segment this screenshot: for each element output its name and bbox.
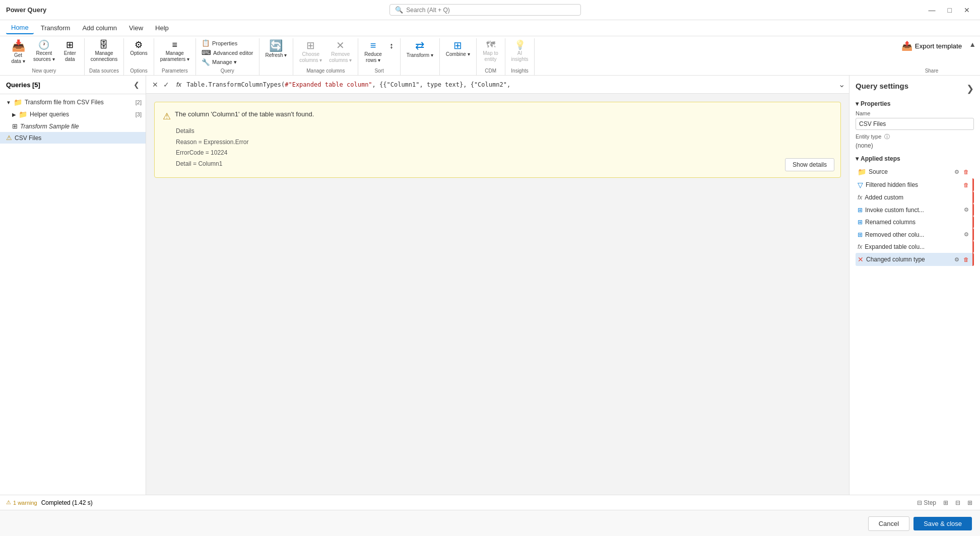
step-settings-source[interactable]: ⚙ (953, 168, 961, 176)
step-actions-filtered: 🗑 (962, 181, 970, 188)
tree-item-label: Transform file from CSV Files (25, 99, 104, 106)
step-delete-changed-column-type[interactable]: 🗑 (962, 256, 970, 263)
reduce-rows-button[interactable]: ≡ Reducerows ▾ (361, 38, 384, 65)
ribbon-group-label-cdm: CDM (480, 67, 502, 75)
formula-bar: ✕ ✓ fx Table.TransformColumnTypes(#"Expa… (146, 76, 849, 94)
ribbon-group-options: ⚙ Options Options (124, 38, 154, 75)
options-button[interactable]: ⚙ Options (127, 38, 150, 58)
applied-step-removed-other[interactable]: ⊞ Removed other colu... ⚙ (856, 228, 974, 241)
export-template-button[interactable]: 📤 Export template (897, 38, 966, 53)
formula-confirm-button[interactable]: ✓ (161, 80, 171, 90)
status-completed: Completed (1.42 s) (41, 499, 93, 506)
error-title: The column 'Column1' of the table wasn't… (175, 110, 314, 118)
ribbon-group-cdm: 🗺 Map toentity CDM (477, 38, 505, 75)
step-icon-filtered: ▽ (858, 181, 863, 189)
tree-item-helper-queries[interactable]: ▶ 📁 Helper queries [3] (0, 108, 146, 120)
menu-transform[interactable]: Transform (36, 22, 76, 34)
applied-step-renamed-columns[interactable]: ⊞ Renamed columns (856, 216, 974, 228)
tree-item-label: Helper queries (30, 111, 69, 118)
step-settings-changed-column-type[interactable]: ⚙ (953, 256, 961, 263)
enter-data-icon: ⊞ (66, 40, 74, 49)
ribbon-group-query: 📋 Properties ⌨ Advanced editor 🔧 Manage … (196, 38, 259, 75)
query-settings-title: Query settings (856, 82, 908, 90)
menu-help[interactable]: Help (150, 22, 174, 34)
manage-button[interactable]: 🔧 Manage ▾ (199, 57, 256, 67)
qs-entity-type-value: (none) (856, 142, 974, 149)
step-delete-filtered[interactable]: 🗑 (962, 181, 970, 188)
menu-view[interactable]: View (124, 22, 148, 34)
warning-icon: ⚠ (6, 134, 12, 142)
options-icon: ⚙ (135, 40, 143, 49)
remove-columns-button[interactable]: ✕ Removecolumns ▾ (326, 38, 355, 65)
qs-properties-header[interactable]: ▾ Properties (856, 100, 974, 107)
ribbon-group-refresh: 🔄 Refresh ▾ (259, 38, 294, 75)
maximize-button[interactable]: □ (944, 4, 956, 16)
error-code-sep: = (206, 149, 211, 156)
sort-az-button[interactable]: ↕ (387, 40, 396, 51)
applied-step-filtered-hidden[interactable]: ▽ Filtered hidden files 🗑 (856, 178, 974, 191)
bottom-bar: Cancel Save & close (0, 510, 980, 536)
ribbon-group-sort: ≡ Reducerows ▾ ↕ Sort (358, 38, 400, 75)
step-settings-invoke-custom[interactable]: ⚙ (962, 206, 970, 214)
combine-button[interactable]: ⊞ Combine ▾ (443, 38, 473, 59)
qs-applied-steps-header[interactable]: ▾ Applied steps (856, 155, 974, 162)
ai-insights-button[interactable]: 💡 AIinsights (508, 38, 532, 64)
formula-expand-button[interactable]: ⌄ (838, 80, 845, 89)
choose-columns-button[interactable]: ⊞ Choosecolumns ▾ (296, 38, 325, 65)
step-label-invoke-custom: Invoke custom funct... (865, 207, 960, 214)
status-table-button[interactable]: ⊟ (954, 499, 962, 507)
transform-button[interactable]: ⇄ Transform ▾ (404, 38, 436, 60)
refresh-button[interactable]: 🔄 Refresh ▾ (263, 38, 290, 60)
status-step-button[interactable]: ⊟ Step (916, 499, 938, 507)
content-area: ✕ ✓ fx Table.TransformColumnTypes(#"Expa… (146, 76, 849, 495)
applied-step-changed-column-type[interactable]: ✕ Changed column type ⚙ 🗑 (856, 253, 974, 266)
applied-step-added-custom[interactable]: fx Added custom (856, 191, 974, 204)
queries-collapse-button[interactable]: ❮ (134, 81, 140, 89)
applied-step-invoke-custom[interactable]: ⊞ Invoke custom funct... ⚙ (856, 204, 974, 216)
search-bar[interactable]: 🔍 (389, 4, 581, 16)
manage-connections-button[interactable]: 🗄 Manageconnections (88, 38, 120, 64)
queries-header: Queries [5] ❮ (0, 76, 146, 94)
step-settings-removed-other[interactable]: ⚙ (962, 231, 970, 238)
tree-item-csv-files[interactable]: ⚠ CSV Files (0, 132, 146, 144)
close-button[interactable]: ✕ (960, 4, 974, 16)
enter-data-button[interactable]: ⊞ Enterdata (59, 38, 81, 64)
ai-insights-icon: 💡 (514, 40, 526, 49)
manage-connections-icon: 🗄 (99, 40, 108, 49)
recent-sources-icon: 🕐 (38, 40, 49, 49)
status-grid-button[interactable]: ⊞ (966, 499, 974, 507)
tree-item-transform-sample[interactable]: ⊞ Transform Sample file (0, 120, 146, 132)
properties-button[interactable]: 📋 Properties (199, 38, 256, 48)
step-actions-source: ⚙ 🗑 (953, 168, 970, 176)
cancel-button[interactable]: Cancel (868, 516, 909, 531)
error-reason-label: Reason (176, 139, 197, 146)
menu-home[interactable]: Home (6, 22, 34, 34)
status-split-button[interactable]: ⊞ (942, 499, 950, 507)
applied-step-source[interactable]: 📁 Source ⚙ 🗑 (856, 165, 974, 178)
get-data-button[interactable]: 📥 Getdata ▾ (7, 38, 29, 66)
step-icon-source: 📁 (858, 168, 866, 176)
ribbon-collapse-button[interactable]: ▲ (969, 40, 976, 48)
applied-step-expanded-table[interactable]: fx Expanded table colu... (856, 241, 974, 253)
warning-status-icon: ⚠ (6, 499, 11, 506)
minimize-button[interactable]: — (925, 4, 940, 16)
chevron-down-icon: ▾ (856, 100, 859, 107)
step-label-source: Source (869, 168, 950, 175)
qs-applied-steps-label: Applied steps (861, 155, 900, 162)
query-settings-collapse-button[interactable]: ❯ (966, 83, 974, 94)
advanced-editor-button[interactable]: ⌨ Advanced editor (199, 48, 256, 57)
search-input[interactable] (406, 7, 575, 14)
manage-parameters-button[interactable]: ≡ Manageparameters ▾ (157, 38, 192, 64)
recent-sources-button[interactable]: 🕐 Recentsources ▾ (30, 38, 58, 64)
map-to-entity-button[interactable]: 🗺 Map toentity (480, 38, 502, 64)
step-delete-source[interactable]: 🗑 (962, 168, 970, 176)
show-details-button[interactable]: Show details (785, 158, 834, 171)
qs-name-input[interactable] (856, 118, 974, 130)
tree-item-group-csv[interactable]: ▼ 📁 Transform file from CSV Files [2] (0, 96, 146, 108)
formula-input[interactable]: Table.TransformColumnTypes(#"Expanded ta… (186, 81, 835, 88)
formula-cancel-button[interactable]: ✕ (150, 80, 160, 90)
formula-rest: , {{"Column1", type text}, {"Column2", (372, 81, 511, 88)
menu-add-column[interactable]: Add column (77, 22, 122, 34)
status-bar: ⚠ 1 warning Completed (1.42 s) ⊟ Step ⊞ … (0, 495, 980, 510)
save-close-button[interactable]: Save & close (913, 517, 972, 530)
